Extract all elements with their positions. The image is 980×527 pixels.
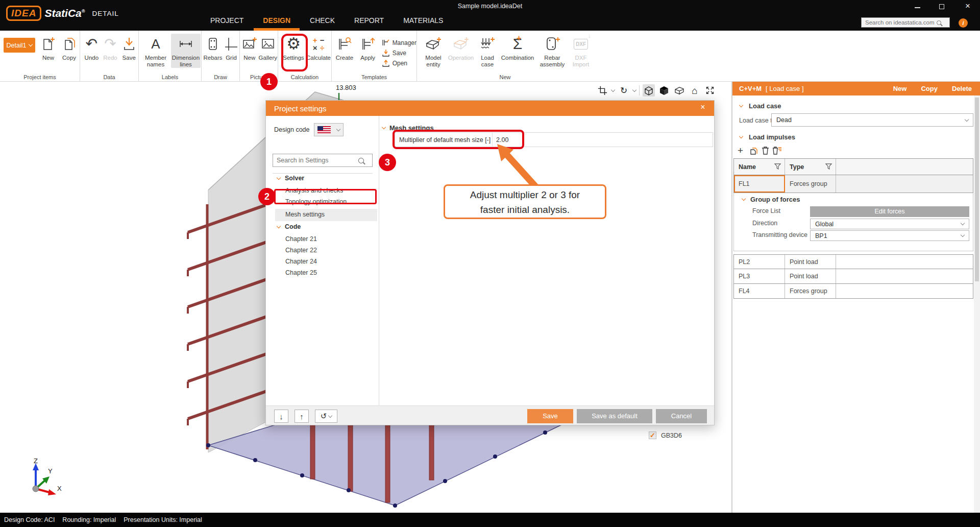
cell-type[interactable]: Point load	[785, 255, 836, 269]
tree-item-topology-optimization[interactable]: Topology optimization	[285, 198, 347, 205]
save-button[interactable]: Save	[527, 409, 573, 423]
tab-project[interactable]: PROJECT	[210, 16, 243, 28]
solid-view-button[interactable]	[658, 84, 670, 97]
tree-item-chapter-21[interactable]: Chapter 21	[285, 235, 317, 243]
tab-report[interactable]: REPORT	[354, 16, 384, 28]
cell-name[interactable]: PL2	[734, 255, 785, 269]
ribbon-button-picture-new[interactable]: New	[241, 34, 258, 61]
table-row-fl4[interactable]: FL4 Forces group	[733, 284, 973, 299]
tree-section-code[interactable]: Code	[277, 223, 301, 230]
web-search-box[interactable]	[861, 17, 950, 28]
dialog-close-button[interactable]: ×	[698, 103, 708, 112]
info-button[interactable]: i	[959, 18, 968, 28]
column-header-name[interactable]: Name	[734, 159, 785, 175]
section-view-button[interactable]	[673, 84, 685, 97]
ribbon-button-template-save[interactable]: Save	[382, 49, 416, 57]
cancel-button[interactable]: Cancel	[656, 409, 707, 423]
fit-view-button[interactable]	[704, 84, 716, 97]
tree-section-solver[interactable]: Solver	[277, 175, 304, 182]
filter-icon[interactable]	[774, 163, 781, 171]
delete-all-impulses-button[interactable]	[772, 146, 782, 155]
crop-dropdown-chevron-icon[interactable]	[611, 87, 615, 91]
direction-dropdown[interactable]: Global	[810, 219, 969, 229]
maximize-button[interactable]	[939, 4, 944, 9]
transmitting-device-dropdown[interactable]: BP1	[810, 230, 969, 241]
tree-item-chapter-24[interactable]: Chapter 24	[285, 258, 317, 265]
crop-view-button[interactable]	[596, 84, 608, 97]
wireframe-view-button[interactable]	[643, 84, 655, 97]
add-impulse-button[interactable]: +	[738, 145, 743, 156]
scrollbar-thumb[interactable]	[975, 98, 979, 281]
ribbon-group-labels: A Member names Dimension lines Labels	[139, 31, 202, 82]
home-view-button[interactable]: ⌂	[689, 84, 701, 97]
tab-check[interactable]: CHECK	[310, 16, 335, 28]
move-down-button[interactable]: ↓	[274, 410, 288, 423]
settings-search-box[interactable]	[273, 154, 373, 167]
ribbon-button-template-manager[interactable]: Manager	[382, 39, 416, 47]
ribbon-button-gallery[interactable]: Gallery	[259, 34, 277, 61]
ribbon-button-create-template[interactable]: Create	[333, 34, 356, 61]
cell-name[interactable]: FL1	[734, 175, 785, 193]
web-search-input[interactable]	[865, 19, 937, 26]
ribbon-button-save[interactable]: Save	[120, 34, 138, 61]
table-row-pl2[interactable]: PL2 Point load	[733, 254, 973, 269]
cell-name[interactable]: PL3	[734, 269, 785, 283]
panel-copy-button[interactable]: Copy	[921, 85, 938, 92]
load-case-type-dropdown[interactable]: Dead	[771, 113, 973, 127]
cell-type[interactable]: Forces group	[785, 284, 836, 298]
duplicate-impulse-button[interactable]	[749, 146, 758, 155]
ribbon-button-model-entity[interactable]: Model entity	[421, 34, 446, 68]
panel-delete-button[interactable]: Delete	[952, 85, 972, 92]
ribbon-button-new-item[interactable]: New	[38, 34, 58, 61]
ribbon-button-load-case[interactable]: Load case	[476, 34, 499, 68]
filter-icon[interactable]	[825, 163, 832, 171]
close-window-button[interactable]: ×	[963, 1, 973, 11]
tree-item-chapter-22[interactable]: Chapter 22	[285, 247, 317, 254]
layer-toggle-row[interactable]: ✓ GB3D6	[649, 432, 682, 439]
group-of-forces-collapse-icon[interactable]	[742, 197, 746, 201]
table-row-pl3[interactable]: PL3 Point load	[733, 269, 973, 284]
ribbon-button-undo[interactable]: ↶ Undo	[83, 34, 101, 61]
ribbon-button-rebars[interactable]: Rebars	[203, 34, 223, 61]
delete-impulse-button[interactable]	[761, 146, 770, 155]
edit-forces-button[interactable]: Edit forces	[810, 206, 969, 217]
move-up-button[interactable]: ↑	[295, 410, 309, 423]
detail1-dropdown-button[interactable]: Detail1	[4, 38, 35, 53]
ribbon-button-calculate[interactable]: +−×÷ Calculate	[306, 34, 331, 61]
dialog-title-bar[interactable]: Project settings	[266, 101, 714, 116]
orbit-dropdown-chevron-icon[interactable]	[632, 87, 636, 91]
column-header-type[interactable]: Type	[785, 159, 836, 175]
reset-defaults-button[interactable]: ↺	[315, 410, 337, 423]
design-code-dropdown[interactable]	[314, 123, 344, 136]
ribbon-button-template-open[interactable]: Open	[382, 59, 416, 67]
save-as-default-button[interactable]: Save as default	[577, 409, 652, 423]
cell-name[interactable]: FL4	[734, 284, 785, 298]
mesh-settings-section[interactable]: Mesh settings	[382, 124, 434, 132]
minimize-button[interactable]	[915, 7, 920, 8]
tree-item-chapter-25[interactable]: Chapter 25	[285, 269, 317, 276]
tree-item-analysis-and-checks[interactable]: Analysis and checks	[285, 187, 343, 194]
tree-item-mesh-settings[interactable]: Mesh settings	[285, 211, 325, 218]
cell-type[interactable]: Forces group	[785, 175, 836, 193]
load-case-collapse-icon[interactable]	[739, 103, 743, 107]
settings-search-input[interactable]	[277, 157, 358, 164]
ribbon-button-grid[interactable]: Grid	[224, 34, 239, 61]
load-case-panel: C+V+M [ Load case ] New Copy Delete Load…	[732, 82, 980, 513]
table-row-fl1[interactable]: FL1 Forces group	[733, 175, 973, 193]
orbit-button[interactable]: ↻	[618, 84, 630, 97]
load-impulses-collapse-icon[interactable]	[739, 134, 743, 138]
ribbon-button-copy-item[interactable]: Copy	[59, 34, 79, 61]
ribbon-button-rebar-assembly[interactable]: Rebar assembly	[536, 34, 569, 68]
ribbon-button-member-names[interactable]: A Member names	[141, 34, 170, 68]
tab-design[interactable]: DESIGN	[263, 16, 290, 28]
ribbon-button-apply-template[interactable]: Apply	[357, 34, 379, 61]
layer-checkbox[interactable]: ✓	[649, 432, 656, 439]
panel-new-button[interactable]: New	[893, 85, 907, 92]
cell-type[interactable]: Point load	[785, 269, 836, 283]
direction-value: Global	[815, 221, 834, 228]
tab-materials[interactable]: MATERIALS	[403, 16, 443, 28]
ribbon-button-combination[interactable]: Σ+ Combination	[500, 34, 535, 61]
panel-scrollbar[interactable]	[974, 95, 980, 513]
ribbon-button-dimension-lines[interactable]: Dimension lines	[171, 34, 201, 68]
ribbon-button-settings[interactable]: ⚙ Settings	[282, 34, 305, 61]
